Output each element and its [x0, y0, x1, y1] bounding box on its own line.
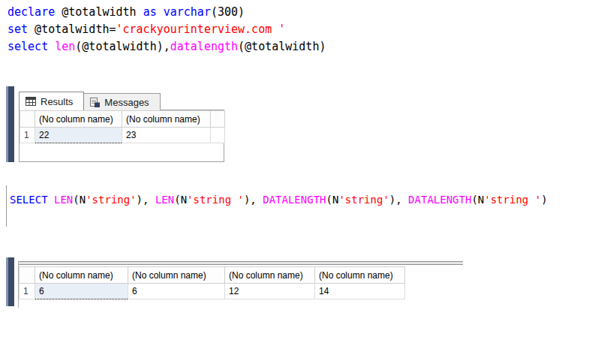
filler-header [211, 111, 225, 128]
horizontal-scrollbar[interactable] [19, 261, 463, 265]
code-line: set @totalwidth='crackyourinterview.com … [8, 21, 326, 38]
code-token-plain: (N [471, 194, 484, 206]
results-grid: (No column name)(No column name)(No colu… [19, 266, 405, 299]
splitter-bar[interactable] [6, 257, 14, 306]
filler-cell [211, 128, 225, 143]
code-token-keyword: set [8, 23, 28, 36]
code-token-plain [48, 40, 55, 53]
code-token-string: 'string' [338, 194, 389, 206]
code-token-function: datalength [170, 40, 238, 53]
result-cell[interactable]: 23 [122, 128, 211, 143]
column-header[interactable]: (No column name) [35, 267, 128, 284]
code-token-string: 'string ' [484, 194, 541, 206]
results-grid-panel-2: (No column name)(No column name)(No colu… [18, 261, 463, 308]
result-cell[interactable]: 14 [315, 284, 405, 299]
editor-left-border [6, 185, 7, 227]
result-cell-selected[interactable]: 22 [35, 128, 122, 143]
sql-editor-snippet-1[interactable]: declare @totalwidth as varchar(300)set @… [8, 4, 326, 56]
code-token-plain: (N [73, 194, 86, 206]
code-token-string: 'string' [86, 194, 136, 206]
row-number[interactable]: 1 [20, 128, 35, 143]
code-token-plain: ), [389, 194, 408, 206]
code-token-function: DATALENGTH [263, 194, 326, 206]
code-token-plain: @totalwidth= [28, 23, 116, 36]
code-token-plain: (N [174, 194, 187, 206]
result-cell[interactable]: 6 [128, 284, 225, 299]
table-row: 1661214 [20, 284, 405, 299]
tab-messages[interactable]: Messages [84, 93, 160, 110]
splitter-bar[interactable] [6, 86, 14, 162]
results-messages-tabstrip: Results Messages [19, 92, 161, 110]
code-token-plain: (N [326, 194, 339, 206]
tab-results[interactable]: Results [19, 92, 84, 110]
code-token-plain: (@totalwidth), [75, 40, 170, 53]
tab-label: Messages [104, 97, 149, 108]
column-header[interactable]: (No column name) [35, 111, 122, 128]
row-number[interactable]: 1 [20, 284, 35, 299]
column-header[interactable]: (No column name) [128, 267, 225, 284]
row-header-corner[interactable] [20, 111, 35, 128]
code-token-function: LEN [54, 194, 73, 206]
code-token-keyword: varchar [164, 5, 211, 19]
messages-icon [90, 98, 100, 107]
column-header[interactable]: (No column name) [122, 111, 211, 128]
sql-editor-snippet-2[interactable]: SELECT LEN(N'string'), LEN(N'string '), … [10, 193, 548, 206]
results-grid-panel-1: (No column name)(No column name)12223 [19, 110, 224, 162]
result-cell[interactable]: 12 [225, 284, 315, 299]
code-token-keyword: SELECT [10, 194, 54, 206]
code-token-function: DATALENGTH [408, 194, 471, 206]
code-token-function: LEN [155, 194, 174, 206]
code-line: declare @totalwidth as varchar(300) [8, 4, 326, 21]
table-row: 12223 [20, 128, 225, 143]
code-line: select len(@totalwidth),datalength(@tota… [8, 38, 326, 56]
code-token-keyword: declare [8, 5, 55, 19]
code-token-plain: @totalwidth [55, 5, 143, 19]
code-token-plain: ), [244, 194, 263, 206]
code-token-plain: (300) [211, 5, 245, 19]
code-line: SELECT LEN(N'string'), LEN(N'string '), … [10, 193, 548, 206]
code-token-keyword: as [143, 5, 157, 19]
code-token-function: len [55, 40, 75, 53]
results-grid: (No column name)(No column name)12223 [20, 110, 225, 143]
column-header[interactable]: (No column name) [225, 267, 315, 284]
code-token-plain: (@totalwidth) [238, 40, 326, 53]
column-header[interactable]: (No column name) [315, 267, 405, 284]
code-token-string: 'crackyourinterview.com ' [116, 23, 286, 36]
code-token-keyword: select [8, 40, 48, 53]
code-token-plain [157, 5, 164, 19]
tab-label: Results [41, 96, 73, 107]
results-grid-icon [26, 97, 36, 106]
result-cell-selected[interactable]: 6 [35, 284, 128, 299]
row-header-corner[interactable] [20, 267, 35, 284]
code-token-string: 'string ' [187, 194, 244, 206]
code-token-plain: ) [541, 194, 547, 206]
code-token-plain: ), [137, 194, 155, 206]
